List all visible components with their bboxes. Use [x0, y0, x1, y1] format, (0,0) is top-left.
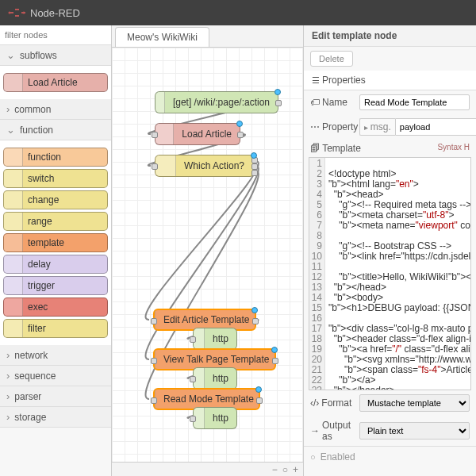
property-input[interactable]: [395, 118, 476, 136]
switch-icon: [155, 155, 176, 176]
node-icon: [4, 191, 23, 209]
output-select[interactable]: Plain text: [359, 422, 470, 440]
node-http-out-2[interactable]: http: [193, 367, 237, 390]
node-icon: [4, 148, 23, 166]
node-http-out-1[interactable]: http: [193, 328, 237, 350]
syntax-link[interactable]: Syntax H: [437, 143, 470, 154]
cat-sequence[interactable]: sequence: [0, 366, 111, 386]
zoom-out-icon[interactable]: −: [272, 464, 278, 475]
node-load-article[interactable]: Load Article: [155, 123, 240, 145]
template-label: 🗐 Template: [310, 143, 361, 154]
palette-node[interactable]: switch: [3, 169, 108, 188]
palette-node[interactable]: change: [3, 190, 108, 209]
node-icon: [4, 74, 23, 91]
flow-tabs: Meow's WikiWiki: [112, 25, 303, 48]
cat-storage[interactable]: storage: [0, 407, 111, 428]
msg-prefix[interactable]: ▸ msg.: [359, 118, 395, 136]
node-switch[interactable]: Which Action?: [155, 155, 255, 177]
header-bar: Node-RED: [0, 0, 476, 25]
node-icon: [4, 170, 23, 187]
code-editor[interactable]: 1 2 3 4 5 6 7 8 9 10 11 12 13 14 15 16 1…: [309, 157, 471, 390]
tab-properties[interactable]: ☰ Properties: [304, 71, 476, 90]
palette-node[interactable]: filter: [3, 319, 108, 338]
tab-flow[interactable]: Meow's WikiWiki: [115, 27, 209, 47]
node-icon: [4, 298, 23, 316]
canvas-footer: − ○ +: [112, 462, 303, 476]
node-icon: [4, 213, 23, 230]
palette-node[interactable]: template: [3, 233, 108, 252]
zoom-reset-icon[interactable]: ○: [282, 464, 288, 475]
property-label: ⋯ Property: [310, 121, 355, 132]
node-http-out-3[interactable]: http: [193, 407, 237, 429]
cat-common[interactable]: common: [0, 99, 111, 120]
palette-node[interactable]: Load Article: [3, 73, 108, 92]
canvas[interactable]: Meow's WikiWiki [get] /wiki/:page/:actio…: [112, 25, 303, 476]
palette-node[interactable]: exec: [3, 298, 108, 317]
zoom-in-icon[interactable]: +: [293, 464, 298, 475]
cat-subflows[interactable]: subflows: [0, 45, 111, 66]
enabled-row[interactable]: ○ Enabled: [304, 446, 476, 467]
name-input[interactable]: [359, 94, 470, 110]
cat-network[interactable]: network: [0, 345, 111, 366]
sidebar: Edit template node Delete ☰ Properties 🏷…: [303, 25, 476, 476]
node-icon: [4, 255, 23, 273]
cat-function[interactable]: function: [0, 120, 111, 140]
palette-node[interactable]: delay: [3, 255, 108, 274]
flow-grid[interactable]: [get] /wiki/:page/:action Load Article W…: [112, 48, 303, 462]
app-title: Node-RED: [30, 7, 80, 19]
cat-parser[interactable]: parser: [0, 386, 111, 407]
palette-search[interactable]: [0, 25, 111, 45]
palette-node[interactable]: range: [3, 212, 108, 231]
node-icon: [4, 277, 23, 294]
node-icon: [4, 234, 23, 251]
format-select[interactable]: Mustache template: [359, 394, 470, 412]
palette-node[interactable]: trigger: [3, 276, 108, 295]
search-input[interactable]: [3, 29, 108, 41]
palette-node[interactable]: function: [3, 148, 108, 167]
subflow-icon: [155, 124, 174, 144]
globe-icon: [155, 92, 165, 113]
name-label: 🏷 Name: [310, 97, 355, 108]
format-label: ‹/› Format: [310, 397, 355, 409]
svg-point-1: [23, 12, 25, 14]
svg-point-0: [9, 12, 11, 14]
logo-icon: [8, 6, 25, 19]
delete-button[interactable]: Delete: [310, 51, 353, 67]
node-http-in[interactable]: [get] /wiki/:page/:action: [155, 91, 278, 113]
edit-title: Edit template node: [304, 25, 476, 47]
output-label: → Output as: [310, 420, 355, 442]
node-icon: [4, 320, 23, 337]
palette: subflows Load Article common function fu…: [0, 25, 112, 476]
